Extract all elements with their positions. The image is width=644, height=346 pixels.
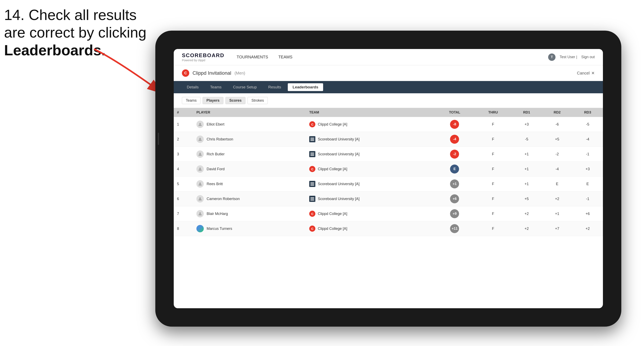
filter-teams[interactable]: Teams <box>182 97 200 104</box>
player-avatar <box>196 225 204 232</box>
cell-team: CClippd College [A] <box>306 206 434 221</box>
cell-total: +9 <box>434 206 475 221</box>
svg-point-4 <box>199 168 201 169</box>
team-name: Clippd College [A] <box>318 212 347 216</box>
nav-right: T Test User | Sign out <box>548 53 595 61</box>
cell-rank: 2 <box>174 132 193 147</box>
team-icon <box>309 151 315 157</box>
col-rank: # <box>174 108 193 117</box>
tab-results[interactable]: Results <box>263 83 286 91</box>
cell-thru: F <box>475 162 511 176</box>
cell-player: Cameron Robertson <box>193 191 306 206</box>
player-avatar <box>196 195 204 202</box>
filter-scores[interactable]: Scores <box>226 97 246 104</box>
cancel-button[interactable]: Cancel ✕ <box>577 71 595 76</box>
cell-rd2: E <box>542 176 572 191</box>
instruction-line3: Leaderboards. <box>4 42 106 58</box>
col-thru: THRU <box>475 108 511 117</box>
player-avatar <box>196 165 204 173</box>
cell-rd3: -4 <box>572 132 603 147</box>
team-icon <box>309 136 315 142</box>
player-name: Rees Britt <box>207 182 223 186</box>
cell-total: +1 <box>434 176 475 191</box>
nav-tournaments[interactable]: TOURNAMENTS <box>237 54 268 60</box>
tablet-screen: SCOREBOARD Powered by clippd TOURNAMENTS… <box>174 49 603 308</box>
player-avatar <box>196 210 204 217</box>
cell-rank: 4 <box>174 162 193 176</box>
cell-player: Elliot Ebert <box>193 117 306 132</box>
player-avatar <box>196 151 204 158</box>
svg-point-1 <box>199 123 201 125</box>
svg-point-2 <box>199 138 201 139</box>
table-row: 8Marcus TurnersCClippd College [A]+11F+2… <box>174 221 603 236</box>
cell-rd1: +3 <box>511 117 542 132</box>
cell-player: Rich Butler <box>193 147 306 162</box>
cell-rank: 5 <box>174 176 193 191</box>
cell-rd3: -1 <box>572 191 603 206</box>
col-rd1: RD1 <box>511 108 542 117</box>
player-avatar <box>196 121 204 128</box>
cell-rank: 7 <box>174 206 193 221</box>
cell-rank: 6 <box>174 191 193 206</box>
col-rd2: RD2 <box>542 108 572 117</box>
tab-course-setup[interactable]: Course Setup <box>228 83 262 91</box>
cell-team: Scoreboard University [A] <box>306 176 434 191</box>
team-icon: C <box>309 166 315 172</box>
tournament-title: C Clippd Invitational (Men) <box>182 69 245 77</box>
player-name: David Ford <box>207 167 224 171</box>
tournament-name: Clippd Invitational <box>192 70 231 76</box>
filter-players[interactable]: Players <box>202 97 224 104</box>
logo-title: SCOREBOARD <box>182 52 224 59</box>
nav-links: TOURNAMENTS TEAMS <box>237 54 548 60</box>
cell-total: -2 <box>434 147 475 162</box>
tab-bar: Details Teams Course Setup Results Leade… <box>174 81 603 93</box>
cell-team: Scoreboard University [A] <box>306 191 434 206</box>
table-row: 7Blair McHargCClippd College [A]+9F+2+1+… <box>174 206 603 221</box>
cell-rd1: +1 <box>511 162 542 176</box>
cell-rd2: -2 <box>542 147 572 162</box>
cell-rd1: +2 <box>511 221 542 236</box>
cell-rd3: +6 <box>572 206 603 221</box>
nav-teams[interactable]: TEAMS <box>278 54 292 60</box>
table-header-row: # PLAYER TEAM TOTAL THRU RD1 RD2 RD3 <box>174 108 603 117</box>
cell-thru: F <box>475 132 511 147</box>
table-row: 3Rich ButlerScoreboard University [A]-2F… <box>174 147 603 162</box>
tab-leaderboards[interactable]: Leaderboards <box>288 83 323 91</box>
cell-thru: F <box>475 206 511 221</box>
tab-teams[interactable]: Teams <box>205 83 226 91</box>
cell-rd3: +3 <box>572 162 603 176</box>
sign-out-link[interactable]: Sign out <box>581 55 595 59</box>
cell-total: -8 <box>434 117 475 132</box>
team-name: Clippd College [A] <box>318 122 347 127</box>
cell-rd1: -5 <box>511 132 542 147</box>
cell-rank: 1 <box>174 117 193 132</box>
team-name: Scoreboard University [A] <box>318 152 360 156</box>
table-row: 2Chris RobertsonScoreboard University [A… <box>174 132 603 147</box>
cell-rd3: +2 <box>572 221 603 236</box>
team-icon: C <box>309 226 315 232</box>
cell-player: Marcus Turners <box>193 221 306 236</box>
tournament-icon: C <box>182 69 189 77</box>
filter-strokes[interactable]: Strokes <box>248 97 268 104</box>
tablet-frame: SCOREBOARD Powered by clippd TOURNAMENTS… <box>155 31 621 327</box>
logo-subtitle: Powered by clippd <box>182 59 224 62</box>
cell-rd2: +1 <box>542 206 572 221</box>
player-name: Blair McHarg <box>207 212 228 216</box>
tab-details[interactable]: Details <box>182 83 204 91</box>
cell-player: Blair McHarg <box>193 206 306 221</box>
instruction-text: 14. Check all results are correct by cli… <box>4 6 146 59</box>
cell-team: Scoreboard University [A] <box>306 147 434 162</box>
cell-thru: F <box>475 191 511 206</box>
user-label: Test User | <box>560 55 577 59</box>
cell-rd3: -1 <box>572 147 603 162</box>
team-name: Clippd College [A] <box>318 167 347 171</box>
table-row: 1Elliot EbertCClippd College [A]-8F+3-6-… <box>174 117 603 132</box>
team-icon: C <box>309 211 315 217</box>
cell-total: -4 <box>434 132 475 147</box>
player-avatar <box>196 136 204 143</box>
team-icon <box>309 196 315 202</box>
cell-rd2: -6 <box>542 117 572 132</box>
instruction-line1: 14. Check all results <box>4 7 136 23</box>
team-icon: C <box>309 121 315 127</box>
col-total: TOTAL <box>434 108 475 117</box>
